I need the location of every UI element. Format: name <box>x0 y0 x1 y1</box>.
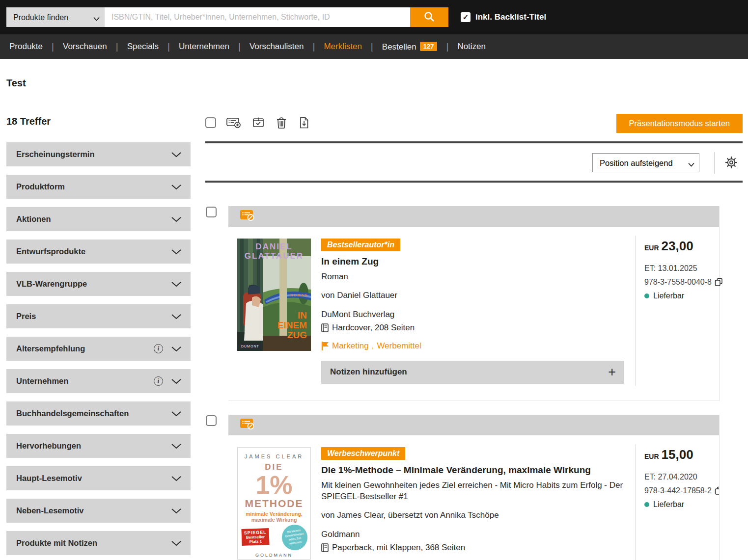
filter-altersempfehlung[interactable]: Altersempfehlung i <box>6 337 191 361</box>
page-title: Test <box>6 78 26 89</box>
add-notes-label: Notizen hinzufügen <box>330 367 407 377</box>
nav-vorschauen[interactable]: Vorschauen <box>60 42 110 52</box>
divider <box>205 141 743 143</box>
price-value: 23,00 <box>662 239 693 253</box>
nav-produkte[interactable]: Produkte <box>6 42 46 52</box>
product-subtitle: Roman <box>321 271 624 283</box>
flag-icon <box>321 341 329 350</box>
chevron-down-icon <box>171 216 182 222</box>
filter-erscheinungstermin[interactable]: Erscheinungstermin <box>6 142 191 166</box>
nav-notizen[interactable]: Notizen <box>454 42 489 52</box>
filter-label: Haupt-Lesemotiv <box>16 474 171 483</box>
availability-dot-icon <box>644 502 649 507</box>
product-format: Paperback, mit Klappen, 368 Seiten <box>321 543 624 553</box>
settings-gear-icon[interactable] <box>724 155 739 172</box>
presentation-mode-button[interactable]: Präsentationsmodus starten <box>616 114 743 133</box>
filter-label: Entwurfsprodukte <box>16 247 171 256</box>
price-column: EUR15,00 ET: 27.04.2020 978-3-442-17858-… <box>644 447 718 509</box>
chevron-down-icon <box>171 314 182 320</box>
sort-select[interactable]: Position aufsteigend <box>592 153 699 172</box>
select-all-checkbox[interactable] <box>205 117 216 128</box>
cover-subtitle-text: maximale Wirkung <box>238 517 310 523</box>
chevron-down-icon <box>171 411 182 417</box>
list-note-icon[interactable] <box>239 418 256 432</box>
filter-haupt-lesemotiv[interactable]: Haupt-Lesemotiv <box>6 466 191 490</box>
cover-image[interactable]: DANIEL GLATTAUER ROMAN IN EINEM ZUG DUMO… <box>237 239 311 351</box>
copy-icon[interactable] <box>715 278 723 287</box>
chevron-down-icon <box>171 346 182 352</box>
filter-hervorhebungen[interactable]: Hervorhebungen <box>6 434 191 458</box>
nav-merklisten[interactable]: Merklisten <box>321 42 364 52</box>
filter-aktionen[interactable]: Aktionen <box>6 207 191 231</box>
cover-genre-text: ROMAN <box>290 293 308 297</box>
isbn-value: 978-3-7558-0040-8 <box>644 278 712 287</box>
release-date: ET: 27.04.2020 <box>644 473 718 481</box>
product-card-body: JAMES CLEAR DIE 1% METHODE minimale Verä… <box>228 435 719 560</box>
backlist-checkbox[interactable]: ✓ <box>461 12 471 22</box>
search-input[interactable] <box>105 7 410 27</box>
delete-icon[interactable] <box>275 116 288 130</box>
filter-produktform[interactable]: Produktform <box>6 175 191 199</box>
nav-unternehmen[interactable]: Unternehmen <box>176 42 232 52</box>
result-count: 18 Treffer <box>6 116 51 127</box>
werbemittel-link[interactable]: Werbemittel <box>377 341 421 351</box>
product-card: DANIEL GLATTAUER ROMAN IN EINEM ZUG DUMO… <box>228 206 720 401</box>
info-icon[interactable]: i <box>154 344 163 353</box>
filter-label: Produktform <box>16 182 171 191</box>
order-box-icon[interactable] <box>251 116 265 130</box>
filter-label: Buchhandelsgemeinschaften <box>16 409 171 418</box>
chevron-down-icon <box>171 540 182 546</box>
filter-vlb-warengruppe[interactable]: VLB-Warengruppe <box>6 272 191 296</box>
chevron-down-icon <box>171 152 182 158</box>
list-note-icon[interactable] <box>239 209 256 224</box>
topbar: Produkte finden ✓ inkl. Backlist-Titel <box>0 0 748 34</box>
filter-unternehmen[interactable]: Unternehmen i <box>6 369 191 393</box>
results-area: Präsentationsmodus starten Position aufs… <box>205 112 743 560</box>
availability-status: Lieferbar <box>644 292 718 300</box>
divider <box>635 236 636 386</box>
export-icon[interactable] <box>298 116 310 130</box>
copy-icon[interactable] <box>715 486 720 495</box>
bulk-toolbar <box>205 116 310 130</box>
filter-label: Unternehmen <box>16 376 154 386</box>
add-to-list-icon[interactable] <box>226 116 242 130</box>
backlist-toggle: ✓ inkl. Backlist-Titel <box>461 0 546 34</box>
product-checkbox[interactable] <box>206 415 217 426</box>
chevron-down-icon <box>171 443 182 449</box>
nav-specials[interactable]: Specials <box>124 42 162 52</box>
nav-vorschaulisten[interactable]: Vorschaulisten <box>247 42 307 52</box>
filter-buchhandelsgemeinschaften[interactable]: Buchhandelsgemeinschaften <box>6 401 191 426</box>
search-button[interactable] <box>410 7 448 27</box>
cover-image[interactable]: JAMES CLEAR DIE 1% METHODE minimale Verä… <box>237 447 311 560</box>
filter-produkte-mit-notizen[interactable]: Produkte mit Notizen <box>6 531 191 555</box>
cover-author-text: JAMES CLEAR <box>238 453 310 459</box>
search-scope-dropdown[interactable]: Produkte finden <box>6 7 105 27</box>
product-card-body: DANIEL GLATTAUER ROMAN IN EINEM ZUG DUMO… <box>228 227 719 401</box>
filter-neben-lesemotiv[interactable]: Neben-Lesemotiv <box>6 499 191 523</box>
info-icon[interactable]: i <box>154 376 163 386</box>
product-badge: Bestsellerautor*in <box>321 239 400 251</box>
search-icon <box>423 11 435 24</box>
filter-label: VLB-Warengruppe <box>16 279 171 289</box>
product-checkbox[interactable] <box>206 207 217 217</box>
nav-bestellen[interactable]: Bestellen127 <box>379 42 441 52</box>
search-scope-select[interactable]: Produkte finden <box>6 7 105 27</box>
filter-label: Aktionen <box>16 214 171 224</box>
filter-label: Altersempfehlung <box>16 344 154 353</box>
chevron-down-icon <box>171 476 182 481</box>
sort-dropdown[interactable]: Position aufsteigend <box>592 153 699 172</box>
nav-separator: | <box>232 41 247 52</box>
price-column: EUR23,00 ET: 13.01.2025 978-3-7558-0040-… <box>644 239 718 300</box>
marketing-link[interactable]: Marketing <box>332 341 369 351</box>
product-title[interactable]: In einem Zug <box>321 256 624 267</box>
filter-preis[interactable]: Preis <box>6 304 191 328</box>
product-title[interactable]: Die 1%-Methode – Minimale Veränderung, m… <box>321 465 624 476</box>
filter-entwurfsprodukte[interactable]: Entwurfsprodukte <box>6 240 191 264</box>
book-icon <box>321 323 329 332</box>
nav-separator: | <box>46 41 60 52</box>
cover-title-text: IN EINEM ZUG <box>273 311 307 340</box>
add-notes-bar[interactable]: Notizen hinzufügen + <box>321 361 624 384</box>
plus-icon: + <box>608 365 616 380</box>
filter-label: Preis <box>16 312 171 321</box>
cover-publisher-text: GOLDMANN <box>238 553 310 558</box>
